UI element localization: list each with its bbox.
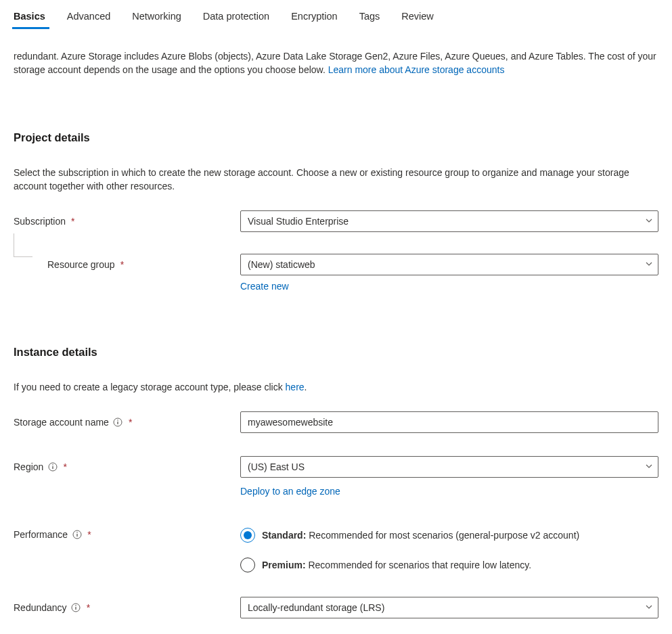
instance-details-title: Instance details: [14, 346, 658, 359]
project-details-desc: Select the subscription in which to crea…: [14, 166, 658, 194]
legacy-desc-text: If you need to create a legacy storage a…: [14, 382, 286, 392]
redundancy-select[interactable]: Locally-redundant storage (LRS): [240, 597, 658, 618]
performance-row: Performance * Standard: Recommended for …: [14, 525, 658, 572]
redundancy-label: Redundancy: [14, 602, 67, 613]
subscription-select[interactable]: Visual Studio Enterprise: [240, 210, 658, 232]
radio-selected-icon: [240, 528, 255, 543]
legacy-here-link[interactable]: here: [286, 382, 305, 392]
tab-review[interactable]: Review: [390, 5, 445, 28]
performance-label: Performance: [14, 529, 68, 540]
redundancy-value: Locally-redundant storage (LRS): [240, 597, 658, 618]
resource-group-label: Resource group: [47, 259, 115, 270]
tab-networking[interactable]: Networking: [121, 5, 192, 28]
performance-premium-option[interactable]: Premium: Recommended for scenarios that …: [240, 558, 658, 572]
learn-more-link[interactable]: Learn more about Azure storage accounts: [328, 64, 505, 75]
svg-point-4: [52, 465, 53, 466]
create-new-link[interactable]: Create new: [240, 281, 289, 292]
resource-group-value: (New) staticweb: [240, 254, 658, 275]
required-indicator: *: [129, 417, 132, 428]
legacy-desc-suffix: .: [305, 382, 307, 392]
svg-point-1: [118, 420, 119, 422]
subscription-label: Subscription: [14, 216, 66, 227]
info-icon[interactable]: [47, 462, 58, 472]
required-indicator: *: [87, 529, 91, 540]
tabs-bar: Basics Advanced Networking Data protecti…: [0, 5, 672, 29]
region-row: Region * (US) East US: [14, 456, 658, 478]
tab-encryption[interactable]: Encryption: [280, 5, 349, 28]
resource-group-row: Resource group * (New) staticweb: [14, 254, 658, 275]
performance-standard-label: Standard: Recommended for most scenarios…: [262, 530, 579, 541]
subscription-value: Visual Studio Enterprise: [240, 210, 658, 232]
resource-group-select[interactable]: (New) staticweb: [240, 254, 658, 275]
performance-radio-group: Standard: Recommended for most scenarios…: [240, 525, 658, 572]
storage-name-input[interactable]: [240, 411, 658, 433]
performance-premium-label: Premium: Recommended for scenarios that …: [262, 560, 531, 570]
required-indicator: *: [120, 259, 124, 270]
storage-name-label: Storage account name: [14, 417, 109, 428]
storage-name-row: Storage account name *: [14, 411, 658, 433]
subscription-row: Subscription * Visual Studio Enterprise: [14, 210, 658, 232]
svg-rect-11: [75, 607, 76, 610]
svg-rect-8: [76, 534, 77, 537]
redundancy-row: Redundancy * Locally-redundant storage (…: [14, 597, 658, 618]
info-icon[interactable]: [71, 603, 81, 613]
project-details-title: Project details: [14, 131, 658, 144]
info-icon[interactable]: [113, 417, 123, 428]
instance-details-desc: If you need to create a legacy storage a…: [14, 380, 658, 394]
radio-unselected-icon: [240, 558, 255, 572]
tab-tags[interactable]: Tags: [349, 5, 391, 28]
info-icon[interactable]: [72, 530, 82, 540]
region-select[interactable]: (US) East US: [240, 456, 658, 478]
svg-rect-2: [118, 422, 118, 424]
svg-rect-5: [52, 466, 53, 469]
intro-paragraph: redundant. Azure Storage includes Azure …: [14, 49, 658, 77]
required-indicator: *: [87, 602, 90, 613]
deploy-edge-link[interactable]: Deploy to an edge zone: [240, 486, 340, 497]
required-indicator: *: [63, 461, 66, 472]
performance-standard-option[interactable]: Standard: Recommended for most scenarios…: [240, 528, 658, 543]
tab-advanced[interactable]: Advanced: [56, 5, 122, 28]
required-indicator: *: [71, 216, 74, 227]
svg-point-7: [76, 533, 78, 534]
region-value: (US) East US: [240, 456, 658, 478]
svg-point-10: [75, 606, 76, 607]
tab-basics[interactable]: Basics: [12, 5, 56, 28]
tab-data-protection[interactable]: Data protection: [192, 5, 280, 28]
region-label: Region: [14, 461, 43, 472]
